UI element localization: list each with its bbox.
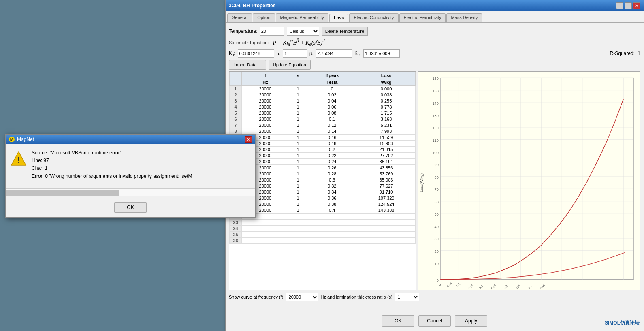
table-row[interactable]: 14 20000 1 0.26 43.856: [230, 165, 416, 171]
row-number: 24: [230, 226, 242, 232]
cell-loss: [357, 226, 416, 232]
tab-magnetic-permeability[interactable]: Magnetic Permeability: [276, 13, 328, 22]
cell-f: 20000: [242, 98, 289, 104]
import-data-button[interactable]: Import Data ...: [229, 60, 266, 70]
table-row[interactable]: 1 20000 1 0 0.000: [230, 86, 416, 92]
cell-loss: 3.168: [357, 116, 416, 122]
cell-s: 1: [289, 92, 307, 98]
params-row: Kh: α: β: Ke: R-Squared: 1: [229, 49, 640, 58]
cancel-button[interactable]: Cancel: [418, 315, 451, 327]
col-s: s: [289, 72, 307, 79]
table-row[interactable]: 16 20000 1 0.3 65.003: [230, 177, 416, 183]
cell-s: 1: [289, 116, 307, 122]
table-row[interactable]: 21 20000 1 0.4 143.388: [230, 207, 416, 214]
svg-text:50: 50: [435, 213, 439, 217]
table-row[interactable]: 13 20000 1 0.24 35.191: [230, 159, 416, 165]
tab-mass-density[interactable]: Mass Density: [446, 13, 482, 22]
svg-rect-1: [441, 78, 634, 280]
table-row[interactable]: 10 20000 1 0.18 15.953: [230, 141, 416, 147]
table-row[interactable]: 23: [230, 220, 416, 226]
maximize-button[interactable]: □: [625, 2, 632, 9]
show-curve-label: Show curve at frequency (f): [229, 295, 284, 299]
cell-s: 1: [289, 147, 307, 153]
cell-s: 1: [289, 128, 307, 135]
cell-loss: 43.856: [357, 165, 416, 171]
table-row[interactable]: 12 20000 1 0.22 27.702: [230, 153, 416, 159]
tab-option[interactable]: Option: [253, 13, 275, 22]
table-row[interactable]: 7 20000 1 0.12 5.231: [230, 122, 416, 128]
table-row[interactable]: 8 20000 1 0.14 7.993: [230, 128, 416, 135]
error-close-button[interactable]: ✕: [245, 136, 252, 143]
table-row[interactable]: 25: [230, 232, 416, 238]
cell-bpeak: [307, 238, 357, 244]
table-row[interactable]: 18 20000 1 0.34 91.710: [230, 189, 416, 195]
cell-loss: 1.715: [357, 110, 416, 116]
error-ok-button[interactable]: OK: [114, 202, 147, 213]
error-scrollbar[interactable]: [6, 188, 255, 196]
table-row[interactable]: 19 20000 1 0.36 107.320: [230, 195, 416, 201]
cell-bpeak: 0.18: [307, 141, 357, 147]
ok-button[interactable]: OK: [382, 315, 414, 327]
cell-s: 1: [289, 104, 307, 110]
table-row[interactable]: 3 20000 1 0.04 0.255: [230, 98, 416, 104]
tab-electric-conductivity[interactable]: Electric Conductivity: [349, 13, 398, 22]
table-row[interactable]: 26: [230, 238, 416, 244]
cell-bpeak: 0.24: [307, 159, 357, 165]
delete-temperature-button[interactable]: Delete Temperature: [322, 27, 368, 36]
table-row[interactable]: 11 20000 1 0.2 21.315: [230, 147, 416, 153]
tab-electric-permittivity[interactable]: Electric Permittivity: [399, 13, 446, 22]
error-body: ! Source: 'Microsoft VBScript runtime er…: [6, 144, 255, 188]
row-number: 3: [230, 98, 242, 104]
svg-text:140: 140: [433, 102, 439, 106]
table-row[interactable]: 2 20000 1 0.02 0.038: [230, 92, 416, 98]
cell-s: [289, 238, 307, 244]
table-row[interactable]: 6 20000 1 0.1 3.168: [230, 116, 416, 122]
tab-general[interactable]: General: [227, 13, 252, 22]
ke-input[interactable]: [363, 49, 400, 58]
cell-bpeak: 0.1: [307, 116, 357, 122]
data-table: f s Bpeak Loss Hz Tesla W/kg: [229, 72, 416, 244]
cell-bpeak: 0.2: [307, 147, 357, 153]
cell-bpeak: 0.4: [307, 207, 357, 214]
cell-loss: [357, 220, 416, 226]
tab-loss[interactable]: Loss: [329, 14, 349, 22]
cell-s: 1: [289, 122, 307, 128]
svg-text:150: 150: [433, 89, 439, 93]
hz-label: Hz and lamination thickness ratio (s): [321, 295, 392, 299]
alpha-input[interactable]: [283, 49, 307, 58]
rsquared-label: R-Squared:: [610, 51, 635, 56]
table-row[interactable]: 22: [230, 214, 416, 220]
cell-loss: 15.953: [357, 141, 416, 147]
cell-loss: 143.388: [357, 207, 416, 214]
cell-f: 20000: [242, 92, 289, 98]
table-row[interactable]: 17 20000 1 0.32 77.627: [230, 183, 416, 189]
frequency-select[interactable]: 20000: [286, 293, 318, 301]
error-char: Char: 1: [32, 164, 250, 172]
window-title: 3C94_BH Properties: [229, 3, 275, 9]
error-description: Error: 0 'Wrong number of arguments or i…: [32, 173, 250, 180]
table-row[interactable]: 20 20000 1 0.38 124.524: [230, 201, 416, 207]
kh-input[interactable]: [238, 49, 274, 58]
cell-f: [242, 238, 289, 244]
beta-input[interactable]: [316, 49, 352, 58]
cell-loss: 0.038: [357, 92, 416, 98]
error-text-area: Source: 'Microsoft VBScript runtime erro…: [32, 149, 250, 184]
table-row[interactable]: 4 20000 1 0.06 0.778: [230, 104, 416, 110]
row-number: 7: [230, 122, 242, 128]
data-table-container[interactable]: f s Bpeak Loss Hz Tesla W/kg: [229, 71, 416, 290]
table-row[interactable]: 9 20000 1 0.16 11.539: [230, 135, 416, 141]
temperature-unit-select[interactable]: Celsius Fahrenheit Kelvin: [287, 27, 319, 36]
close-button[interactable]: ✕: [633, 2, 640, 9]
table-row[interactable]: 15 20000 1 0.28 53.769: [230, 171, 416, 177]
update-equation-button[interactable]: Update Equation: [269, 60, 311, 70]
table-row[interactable]: 5 20000 1 0.08 1.715: [230, 110, 416, 116]
table-row[interactable]: 24: [230, 226, 416, 232]
cell-bpeak: 0.38: [307, 201, 357, 207]
cell-bpeak: 0.16: [307, 135, 357, 141]
temperature-input[interactable]: [260, 27, 284, 36]
apply-button[interactable]: Apply: [455, 315, 487, 327]
cell-bpeak: 0.34: [307, 189, 357, 195]
minimize-button[interactable]: ─: [616, 2, 623, 9]
cell-bpeak: 0.02: [307, 92, 357, 98]
ratio-select[interactable]: 1: [395, 293, 419, 301]
